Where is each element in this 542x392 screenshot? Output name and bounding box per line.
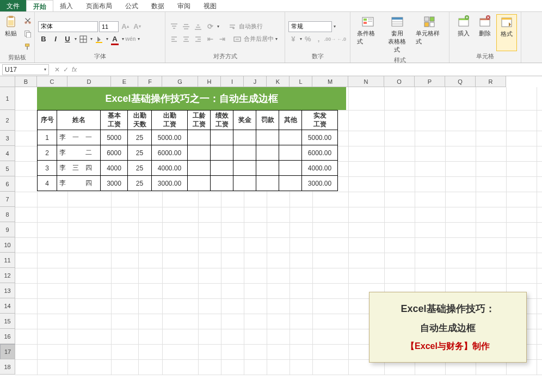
col-header-H[interactable]: H <box>198 76 221 87</box>
row-header-12[interactable]: 12 <box>0 268 15 283</box>
col-header-C[interactable]: C <box>37 76 67 87</box>
table-cell[interactable]: 李 一 一 <box>57 130 101 145</box>
cell-style-button[interactable]: 单元格样式 <box>412 14 446 55</box>
increase-indent-button[interactable]: ⇥ <box>217 34 227 45</box>
table-cell[interactable]: 4000.00 <box>152 161 188 176</box>
row-header-10[interactable]: 10 <box>0 237 15 253</box>
enter-formula-icon[interactable]: ✓ <box>63 66 69 74</box>
table-header[interactable]: 基本 工资 <box>101 111 128 130</box>
name-box[interactable]: U17▾ <box>2 64 49 75</box>
table-cell[interactable]: 李 三 四 <box>57 161 101 176</box>
table-cell[interactable] <box>188 176 211 191</box>
decrease-decimal-button[interactable]: ←.0 <box>336 34 347 45</box>
table-cell[interactable] <box>256 130 279 145</box>
font-size-select[interactable] <box>99 21 119 32</box>
italic-button[interactable]: I <box>50 34 61 45</box>
percent-button[interactable]: % <box>303 34 313 45</box>
table-cell[interactable]: 25 <box>128 130 152 145</box>
col-header-Q[interactable]: Q <box>445 76 476 87</box>
table-cell[interactable] <box>233 130 256 145</box>
table-cell[interactable] <box>279 130 302 145</box>
table-cell[interactable] <box>211 130 233 145</box>
row-header-17[interactable]: 17 <box>0 344 15 359</box>
tab-data[interactable]: 数据 <box>145 0 171 11</box>
underline-button[interactable]: U <box>62 34 73 45</box>
cut-button[interactable] <box>22 15 33 26</box>
table-cell[interactable]: 6000 <box>101 145 128 161</box>
align-center-button[interactable] <box>181 34 192 45</box>
row-header-9[interactable]: 9 <box>0 222 15 237</box>
phonetic-button[interactable]: wén <box>125 34 136 45</box>
select-all-corner[interactable] <box>0 76 15 87</box>
tab-review[interactable]: 审阅 <box>171 0 197 11</box>
align-bottom-button[interactable] <box>193 21 204 32</box>
align-right-button[interactable] <box>193 34 204 45</box>
merge-button[interactable] <box>232 34 243 45</box>
col-header-D[interactable]: D <box>67 76 111 87</box>
formula-input[interactable] <box>80 64 542 75</box>
table-cell[interactable] <box>188 145 211 161</box>
table-cell[interactable]: 5000.00 <box>152 130 188 145</box>
col-header-E[interactable]: E <box>111 76 138 87</box>
table-cell[interactable]: 3000 <box>101 176 128 191</box>
table-header[interactable]: 其他 <box>279 111 302 130</box>
table-cell[interactable]: 李 二 <box>57 145 101 161</box>
table-header[interactable]: 序号 <box>38 111 57 130</box>
table-cell[interactable]: 3000.00 <box>152 176 188 191</box>
table-cell[interactable]: 4 <box>38 176 57 191</box>
col-header-L[interactable]: L <box>290 76 312 87</box>
row-header-7[interactable]: 7 <box>0 192 15 207</box>
font-color-button[interactable]: A <box>109 34 120 45</box>
col-header-P[interactable]: P <box>415 76 445 87</box>
row-header-1[interactable]: 1 <box>0 87 15 110</box>
table-cell[interactable]: 4000 <box>101 161 128 176</box>
table-header[interactable]: 奖金 <box>233 111 256 130</box>
row-header-18[interactable]: 18 <box>0 359 15 375</box>
table-header[interactable]: 出勤 天数 <box>128 111 152 130</box>
col-header-B[interactable]: B <box>15 76 37 87</box>
table-cell[interactable] <box>233 145 256 161</box>
format-painter-button[interactable] <box>22 41 33 52</box>
row-header-11[interactable]: 11 <box>0 253 15 268</box>
col-header-F[interactable]: F <box>138 76 162 87</box>
col-header-K[interactable]: K <box>267 76 290 87</box>
table-format-button[interactable]: 套用 表格格式 <box>383 14 411 55</box>
wrap-text-button[interactable] <box>227 21 238 32</box>
col-header-I[interactable]: I <box>221 76 244 87</box>
table-header[interactable]: 工龄 工资 <box>188 111 211 130</box>
table-cell[interactable]: 4000.00 <box>302 161 338 176</box>
align-left-button[interactable] <box>169 34 180 45</box>
row-header-3[interactable]: 3 <box>0 131 15 146</box>
table-cell[interactable] <box>256 161 279 176</box>
increase-font-button[interactable]: A▴ <box>120 21 131 32</box>
table-cell[interactable] <box>188 130 211 145</box>
table-cell[interactable]: 1 <box>38 130 57 145</box>
col-header-N[interactable]: N <box>348 76 384 87</box>
table-cell[interactable]: 25 <box>128 176 152 191</box>
row-header-6[interactable]: 6 <box>0 176 15 192</box>
table-cell[interactable]: 25 <box>128 161 152 176</box>
decrease-font-button[interactable]: A▾ <box>132 21 143 32</box>
table-cell[interactable] <box>211 161 233 176</box>
delete-cells-button[interactable]: 删除 <box>475 14 495 51</box>
tab-formulas[interactable]: 公式 <box>119 0 145 11</box>
increase-decimal-button[interactable]: .00→ <box>324 34 335 45</box>
col-header-O[interactable]: O <box>384 76 415 87</box>
copy-button[interactable] <box>22 28 33 39</box>
col-header-R[interactable]: R <box>476 76 506 87</box>
fill-color-button[interactable] <box>94 34 104 45</box>
number-format-select[interactable] <box>288 21 332 32</box>
table-header[interactable]: 绩效 工资 <box>211 111 233 130</box>
comma-button[interactable]: , <box>314 34 324 45</box>
align-middle-button[interactable] <box>181 21 192 32</box>
currency-button[interactable]: ¥ <box>288 34 298 45</box>
conditional-format-button[interactable]: 条件格式 <box>354 14 381 55</box>
table-header[interactable]: 罚款 <box>256 111 279 130</box>
col-header-J[interactable]: J <box>244 76 267 87</box>
row-header-8[interactable]: 8 <box>0 207 15 222</box>
table-cell[interactable] <box>211 176 233 191</box>
table-cell[interactable] <box>279 176 302 191</box>
table-cell[interactable]: 5000.00 <box>302 130 338 145</box>
row-header-2[interactable]: 2 <box>0 110 15 131</box>
row-header-4[interactable]: 4 <box>0 146 15 161</box>
